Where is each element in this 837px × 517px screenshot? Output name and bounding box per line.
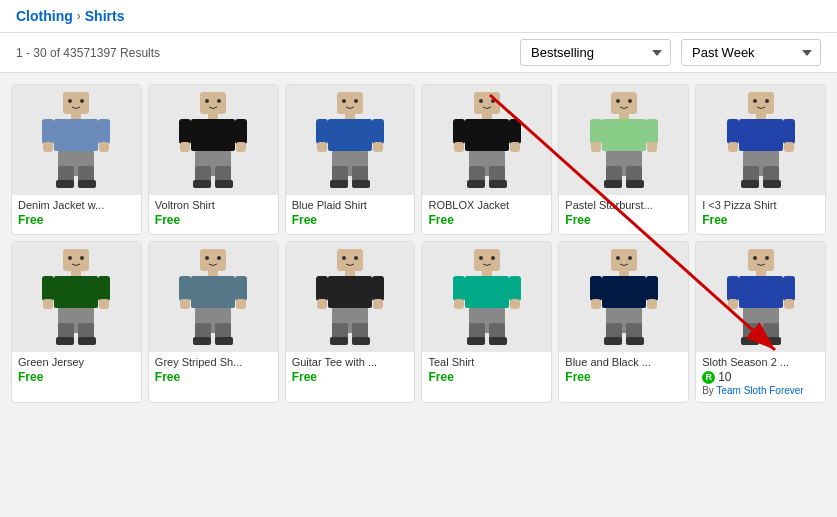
item-price: Free: [286, 212, 415, 228]
item-card[interactable]: Guitar Tee with ...Free: [285, 241, 416, 403]
svg-rect-62: [646, 119, 658, 144]
svg-rect-101: [208, 271, 218, 276]
svg-point-71: [753, 99, 757, 103]
item-image: [696, 242, 825, 352]
svg-rect-159: [727, 276, 739, 301]
item-image: [149, 85, 278, 195]
svg-rect-161: [728, 299, 738, 309]
item-image: [12, 242, 141, 352]
item-card[interactable]: Denim Jacket w...Free: [11, 84, 142, 235]
item-name: Teal Shirt: [422, 352, 551, 369]
item-card[interactable]: ROBLOX JacketFree: [421, 84, 552, 235]
svg-rect-147: [591, 299, 601, 309]
svg-rect-35: [317, 142, 327, 152]
svg-point-100: [217, 256, 221, 260]
svg-rect-41: [352, 180, 370, 188]
item-card[interactable]: Blue Plaid ShirtFree: [285, 84, 416, 235]
svg-point-44: [491, 99, 495, 103]
svg-rect-6: [98, 119, 110, 144]
svg-rect-92: [99, 299, 109, 309]
svg-rect-167: [763, 337, 781, 345]
svg-rect-166: [741, 337, 759, 345]
svg-rect-69: [626, 180, 644, 188]
item-creator: By Team Sloth Forever: [696, 385, 825, 396]
svg-rect-91: [43, 299, 53, 309]
svg-point-141: [616, 256, 620, 260]
svg-point-128: [491, 256, 495, 260]
svg-point-15: [205, 99, 209, 103]
svg-rect-19: [179, 119, 191, 144]
item-card[interactable]: I <3 Pizza ShirtFree: [695, 84, 826, 235]
item-card[interactable]: Sloth Season 2 ...R 10By Team Sloth Fore…: [695, 241, 826, 403]
item-price: Free: [422, 212, 551, 228]
svg-rect-8: [99, 142, 109, 152]
svg-rect-31: [345, 114, 355, 119]
svg-point-155: [753, 256, 757, 260]
item-name: Denim Jacket w...: [12, 195, 141, 212]
svg-rect-157: [756, 271, 766, 276]
svg-rect-115: [345, 271, 355, 276]
creator-link[interactable]: Team Sloth Forever: [716, 385, 803, 396]
svg-point-72: [765, 99, 769, 103]
sort-select[interactable]: Bestselling Price (Low to High) Price (H…: [520, 39, 671, 66]
item-price: Free: [559, 212, 688, 228]
svg-rect-102: [191, 276, 235, 308]
svg-rect-59: [619, 114, 629, 119]
svg-rect-139: [489, 337, 507, 345]
item-card[interactable]: Grey Striped Sh...Free: [148, 241, 279, 403]
price-value: 10: [718, 370, 731, 384]
item-image: [696, 85, 825, 195]
item-name: Blue and Black ...: [559, 352, 688, 369]
svg-rect-33: [316, 119, 328, 144]
svg-rect-88: [54, 276, 98, 308]
svg-point-142: [628, 256, 632, 260]
svg-point-113: [342, 256, 346, 260]
svg-rect-17: [208, 114, 218, 119]
svg-rect-162: [784, 299, 794, 309]
svg-rect-64: [647, 142, 657, 152]
item-image: [422, 242, 551, 352]
items-grid: Denim Jacket w...Free Voltron ShirtFree: [0, 73, 837, 414]
svg-rect-106: [236, 299, 246, 309]
item-card[interactable]: Blue and Black ...Free: [558, 241, 689, 403]
svg-rect-36: [373, 142, 383, 152]
breadcrumb-separator: ›: [77, 9, 81, 23]
svg-rect-158: [739, 276, 783, 308]
item-price: Free: [12, 369, 141, 385]
sort-filters: Bestselling Price (Low to High) Price (H…: [520, 39, 821, 66]
svg-rect-3: [71, 114, 81, 119]
svg-rect-5: [42, 119, 54, 144]
item-image: [12, 85, 141, 195]
svg-point-99: [205, 256, 209, 260]
svg-point-43: [479, 99, 483, 103]
time-select[interactable]: Past Week Past Day Past Month All Time: [681, 39, 821, 66]
svg-point-114: [354, 256, 358, 260]
item-card[interactable]: Green JerseyFree: [11, 241, 142, 403]
svg-rect-18: [191, 119, 235, 151]
breadcrumb-current: Shirts: [85, 8, 125, 24]
item-name: ROBLOX Jacket: [422, 195, 551, 212]
svg-rect-87: [71, 271, 81, 276]
breadcrumb: Clothing › Shirts: [16, 8, 821, 24]
svg-rect-76: [783, 119, 795, 144]
svg-rect-73: [756, 114, 766, 119]
item-name: Voltron Shirt: [149, 195, 278, 212]
svg-point-127: [479, 256, 483, 260]
item-card[interactable]: Voltron ShirtFree: [148, 84, 279, 235]
svg-rect-117: [316, 276, 328, 301]
svg-rect-125: [352, 337, 370, 345]
svg-point-156: [765, 256, 769, 260]
svg-rect-12: [56, 180, 74, 188]
svg-rect-55: [489, 180, 507, 188]
svg-rect-124: [330, 337, 348, 345]
svg-rect-153: [626, 337, 644, 345]
svg-rect-112: [337, 249, 363, 271]
svg-rect-56: [611, 92, 637, 114]
item-name: Pastel Starburst...: [559, 195, 688, 212]
breadcrumb-clothing-link[interactable]: Clothing: [16, 8, 73, 24]
svg-rect-27: [215, 180, 233, 188]
item-card[interactable]: Pastel Starburst...Free: [558, 84, 689, 235]
svg-rect-132: [509, 276, 521, 301]
item-card[interactable]: Teal ShirtFree: [421, 241, 552, 403]
svg-rect-105: [180, 299, 190, 309]
